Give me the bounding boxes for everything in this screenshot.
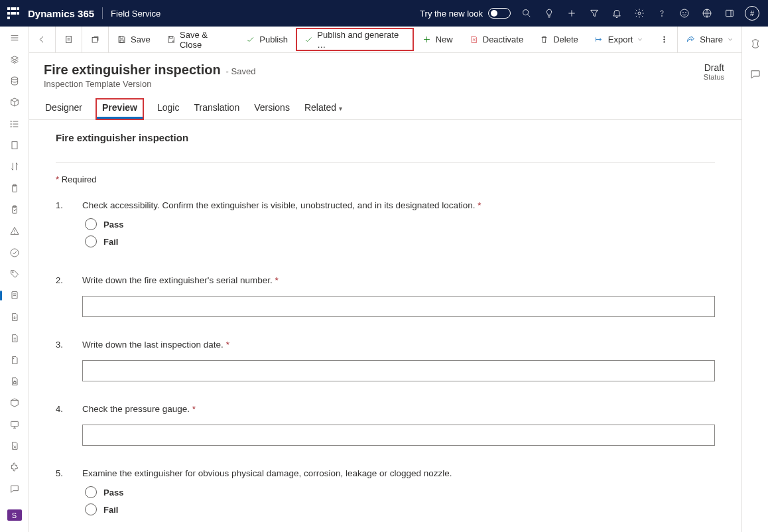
- search-icon[interactable]: [516, 3, 537, 24]
- lightbulb-icon[interactable]: [539, 3, 560, 24]
- svg-point-32: [14, 233, 15, 233]
- text-input[interactable]: [82, 425, 715, 446]
- delete-button[interactable]: Delete: [531, 27, 586, 52]
- question-number: 3.: [56, 340, 72, 381]
- file-send-icon[interactable]: [5, 352, 24, 367]
- chat-icon[interactable]: [5, 482, 24, 496]
- stack-icon[interactable]: [5, 52, 24, 66]
- svg-rect-40: [13, 382, 15, 384]
- svg-point-8: [686, 12, 686, 13]
- text-input[interactable]: [82, 296, 715, 317]
- help-icon[interactable]: [651, 3, 672, 24]
- status-label: Status: [704, 73, 724, 81]
- svg-rect-42: [11, 421, 18, 426]
- global-nav: Dynamics 365 Field Service Try the new l…: [0, 0, 768, 27]
- svg-rect-48: [92, 37, 97, 42]
- menu-icon[interactable]: [5, 31, 24, 45]
- warning-icon[interactable]: [5, 224, 24, 238]
- form-title: Fire extinguisher inspection: [56, 132, 715, 143]
- question-row: 1.Check accessibility. Confirm the extin…: [56, 200, 715, 253]
- radio-icon: [85, 503, 97, 515]
- svg-rect-22: [12, 142, 17, 149]
- file-lock-icon[interactable]: [5, 374, 24, 389]
- database-icon[interactable]: [5, 74, 24, 88]
- required-legend: * Required: [56, 174, 715, 184]
- svg-point-33: [11, 249, 19, 257]
- clipboard-icon[interactable]: [5, 181, 24, 196]
- back-button[interactable]: [29, 27, 55, 52]
- question-label: Check accessibility. Confirm the extingu…: [82, 200, 715, 210]
- check-circle-icon[interactable]: [5, 245, 24, 260]
- copilot-icon[interactable]: [746, 34, 765, 53]
- share-button[interactable]: Share: [678, 27, 741, 52]
- module-label[interactable]: Field Service: [111, 9, 160, 19]
- save-button[interactable]: Save: [109, 27, 159, 52]
- try-new-label: Try the new look: [420, 9, 483, 19]
- export-button[interactable]: Export: [586, 27, 652, 52]
- bell-icon[interactable]: [606, 3, 627, 24]
- question-row: 5.Examine the extinguisher for obvious p…: [56, 468, 715, 521]
- radio-option-fail[interactable]: Fail: [85, 503, 715, 515]
- document-icon[interactable]: [5, 331, 24, 346]
- publish-generate-button[interactable]: Publish and generate …: [296, 28, 414, 51]
- plus-icon[interactable]: [561, 3, 582, 24]
- building-icon[interactable]: [5, 138, 24, 153]
- globe-icon[interactable]: [696, 3, 718, 24]
- page-subtitle: Inspection Template Version: [44, 79, 255, 89]
- question-label: Write down the last inspection date. *: [82, 340, 715, 350]
- tab-preview[interactable]: Preview: [96, 98, 144, 120]
- save-close-button[interactable]: Save & Close: [159, 27, 238, 52]
- svg-point-20: [11, 123, 11, 124]
- package-icon[interactable]: [5, 395, 24, 410]
- tab-versions[interactable]: Versions: [253, 98, 291, 119]
- filter-icon[interactable]: [584, 3, 605, 24]
- app-launcher-icon[interactable]: [5, 5, 21, 21]
- teams-chat-icon[interactable]: [746, 65, 765, 84]
- svg-point-6: [680, 9, 688, 17]
- tag-icon[interactable]: [5, 267, 24, 281]
- app-switcher[interactable]: S: [7, 509, 22, 521]
- svg-rect-35: [12, 292, 17, 299]
- question-number: 2.: [56, 275, 72, 317]
- tab-translation[interactable]: Translation: [192, 98, 241, 119]
- toggle-icon[interactable]: [488, 8, 511, 19]
- new-button[interactable]: New: [414, 27, 461, 52]
- command-bar: Save Save & Close Publish Publish and ge…: [29, 27, 741, 53]
- svg-point-58: [664, 41, 665, 42]
- form-body: Fire extinguisher inspection * Required …: [29, 120, 741, 532]
- smile-icon[interactable]: [674, 3, 695, 24]
- radio-option-pass[interactable]: Pass: [85, 486, 715, 498]
- form-selector-icon[interactable]: [56, 27, 82, 52]
- overflow-icon[interactable]: [651, 27, 677, 52]
- tab-logic[interactable]: Logic: [156, 98, 180, 119]
- tab-designer[interactable]: Designer: [44, 98, 84, 119]
- desktop-icon[interactable]: [5, 417, 24, 431]
- try-new-look[interactable]: Try the new look: [420, 8, 511, 19]
- sort-icon[interactable]: [5, 159, 24, 174]
- file-arrow-icon[interactable]: [5, 310, 24, 324]
- inspection-icon[interactable]: [5, 288, 24, 302]
- publish-button[interactable]: Publish: [237, 27, 296, 52]
- radio-option-fail[interactable]: Fail: [85, 235, 715, 247]
- svg-rect-10: [726, 10, 734, 16]
- gear-icon[interactable]: [629, 3, 650, 24]
- clipboard-check-icon[interactable]: [5, 202, 24, 217]
- question-label: Check the pressure gauge. *: [82, 404, 715, 414]
- puzzle-icon[interactable]: [5, 460, 24, 474]
- text-input[interactable]: [82, 360, 715, 381]
- status-field[interactable]: Draft Status: [704, 62, 727, 81]
- save-close-label: Save & Close: [180, 30, 229, 50]
- share-label: Share: [700, 34, 723, 44]
- question-label: Write down the fire extinguisher's seria…: [82, 275, 715, 285]
- deactivate-button[interactable]: Deactivate: [461, 27, 531, 52]
- avatar[interactable]: #: [741, 3, 763, 24]
- box-icon[interactable]: [5, 95, 24, 109]
- divider: [56, 162, 715, 163]
- svg-rect-45: [66, 36, 72, 43]
- radio-option-pass[interactable]: Pass: [85, 218, 715, 230]
- list-icon[interactable]: [5, 116, 24, 131]
- file-x-icon[interactable]: [5, 438, 24, 453]
- panel-icon[interactable]: [719, 3, 740, 24]
- tab-related[interactable]: Related▾: [303, 98, 344, 119]
- open-new-window-icon[interactable]: [82, 27, 108, 52]
